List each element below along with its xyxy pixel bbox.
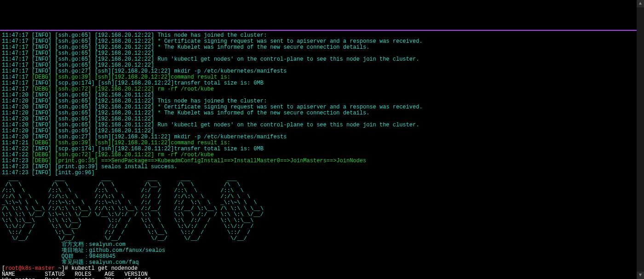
log-level: [INFO] xyxy=(32,98,55,104)
log-source: [print.go:35] xyxy=(55,158,101,164)
prompt-command: kubectl get nodenode xyxy=(68,265,138,272)
log-level: [INFO] xyxy=(32,56,55,63)
timestamp: 11:47:17 xyxy=(2,68,32,74)
log-source: [ssh.go:72] xyxy=(55,152,94,158)
log-ip: [192.168.20.12:22] xyxy=(95,62,158,68)
terminal-output[interactable]: 11:47:17 [INFO] [ssh.go:65] [192.168.20.… xyxy=(0,30,644,279)
timestamp: 11:47:17 xyxy=(2,50,32,57)
log-level: [INFO] xyxy=(32,44,55,51)
log-message: * The Kubelet was informed of the new se… xyxy=(157,44,369,51)
log-level: [INFO] xyxy=(32,146,55,152)
log-message: * Certificate signing request was sent t… xyxy=(157,38,422,45)
log-source: [ssh.go:65] xyxy=(55,128,94,134)
log-ip: [192.168.20.11:22] xyxy=(95,110,158,116)
log-level: [DEBG] xyxy=(32,140,55,146)
log-source: [ssh.go:27] xyxy=(55,134,94,140)
log-level: [INFO] xyxy=(32,164,55,170)
scroll-up-button[interactable]: ▲ xyxy=(637,6,644,7)
log-source: [ssh.go:39] xyxy=(55,74,94,80)
log-message: [ssh][192.168.20.12:22]command result is… xyxy=(95,74,230,80)
log-ip: [192.168.20.11:22] xyxy=(95,122,158,128)
timestamp: 11:47:23 xyxy=(2,164,32,170)
timestamp: 11:47:17 xyxy=(2,62,32,68)
prompt-path: ~ xyxy=(58,265,61,272)
log-level: [INFO] xyxy=(32,68,55,74)
log-message: rm -rf /root/kube xyxy=(157,152,213,158)
timestamp: 11:47:22 xyxy=(2,152,32,158)
log-level: [INFO] xyxy=(32,122,55,128)
timestamp: 11:47:22 xyxy=(2,146,32,152)
log-ip: [192.168.20.12:22] xyxy=(95,44,158,51)
log-message: [ssh][192.168.20.11:22]transfer total si… xyxy=(98,146,264,152)
log-message: * The Kubelet was informed of the new se… xyxy=(157,110,369,116)
timestamp: 11:47:21 xyxy=(2,140,32,146)
log-message: [ssh][192.168.20.11:22] mkdir -p /etc/ku… xyxy=(95,134,287,140)
log-ip: [192.168.20.12:22] xyxy=(95,38,158,45)
log-level: [INFO] xyxy=(32,92,55,98)
log-source: [ssh.go:65] xyxy=(55,56,94,63)
timestamp: 11:47:20 xyxy=(2,98,32,104)
timestamp: 11:47:20 xyxy=(2,92,32,98)
log-ip: [192.168.20.11:22] xyxy=(95,152,158,158)
log-level: [INFO] xyxy=(32,116,55,122)
prompt-bracket: ]# xyxy=(62,265,68,272)
log-message: Run 'kubectl get nodes' on the control-p… xyxy=(157,122,419,128)
log-ip: [192.168.20.11:22] xyxy=(95,104,158,110)
log-source: [ssh.go:39] xyxy=(55,140,94,146)
timestamp: 11:47:17 xyxy=(2,32,32,39)
log-message: sealos install success. xyxy=(101,164,178,170)
log-message: This node has joined the cluster: xyxy=(157,32,267,39)
log-source: [ssh.go:65] xyxy=(55,38,94,45)
log-message: ==>SendPackage==>KubeadmConfigInstall==>… xyxy=(101,158,366,164)
log-level: [INFO] xyxy=(32,50,55,57)
log-level: [INFO] xyxy=(32,170,55,176)
log-level: [INFO] xyxy=(32,38,55,45)
log-level: [INFO] xyxy=(32,62,55,68)
log-ip: [192.168.20.12:22] xyxy=(95,32,158,39)
log-source: [ssh.go:65] xyxy=(55,62,94,68)
log-message: This node has joined the cluster: xyxy=(157,98,267,104)
log-source: [ssh.go:65] xyxy=(55,92,94,98)
log-level: [INFO] xyxy=(32,80,55,86)
timestamp: 11:47:17 xyxy=(2,86,32,92)
timestamp: 11:47:17 xyxy=(2,80,32,86)
scrollbar[interactable]: ▲ ▼ xyxy=(637,6,644,279)
log-level: [INFO] xyxy=(32,128,55,134)
timestamp: 11:47:23 xyxy=(2,158,32,164)
log-source: [scp.go:174] xyxy=(55,146,98,152)
log-source: [scp.go:174] xyxy=(55,80,98,86)
log-source: [ssh.go:65] xyxy=(55,98,94,104)
log-source: [init.go:96] xyxy=(55,170,98,176)
log-level: [INFO] xyxy=(32,134,55,140)
log-level: [DEBG] xyxy=(32,74,55,80)
log-ip: [192.168.20.11:22] xyxy=(95,92,158,98)
timestamp: 11:47:20 xyxy=(2,122,32,128)
log-ip: [192.168.20.12:22] xyxy=(95,50,158,57)
log-ip: [192.168.20.11:22] xyxy=(95,128,158,134)
log-source: [ssh.go:65] xyxy=(55,110,94,116)
log-ip: [192.168.20.12:22] xyxy=(95,86,158,92)
log-source: [ssh.go:65] xyxy=(55,32,94,39)
log-source: [ssh.go:65] xyxy=(55,116,94,122)
log-message: rm -rf /root/kube xyxy=(157,86,213,92)
prompt-host: k8s-master xyxy=(22,265,55,272)
log-source: [ssh.go:65] xyxy=(55,104,94,110)
timestamp: 11:47:20 xyxy=(2,104,32,110)
scroll-down-button[interactable]: ▼ xyxy=(637,272,644,279)
log-source: [ssh.go:72] xyxy=(55,86,94,92)
log-message: [ssh][192.168.20.12:22]transfer total si… xyxy=(98,80,264,86)
log-level: [DEBG] xyxy=(32,86,55,92)
timestamp: 11:47:17 xyxy=(2,38,32,45)
log-level: [INFO] xyxy=(32,110,55,116)
log-message: [ssh][192.168.20.12:22] mkdir -p /etc/ku… xyxy=(95,68,287,74)
timestamp: 11:47:17 xyxy=(2,56,32,63)
log-message: [ssh][192.168.20.11:22]command result is… xyxy=(95,140,230,146)
log-level: [DEBG] xyxy=(32,158,55,164)
log-source: [ssh.go:65] xyxy=(55,50,94,57)
log-message: * Certificate signing request was sent t… xyxy=(157,104,422,110)
log-level: [INFO] xyxy=(32,32,55,39)
log-source: [print.go:39] xyxy=(55,164,101,170)
log-source: [ssh.go:27] xyxy=(55,68,94,74)
log-source: [ssh.go:65] xyxy=(55,44,94,51)
log-source: [ssh.go:65] xyxy=(55,122,94,128)
